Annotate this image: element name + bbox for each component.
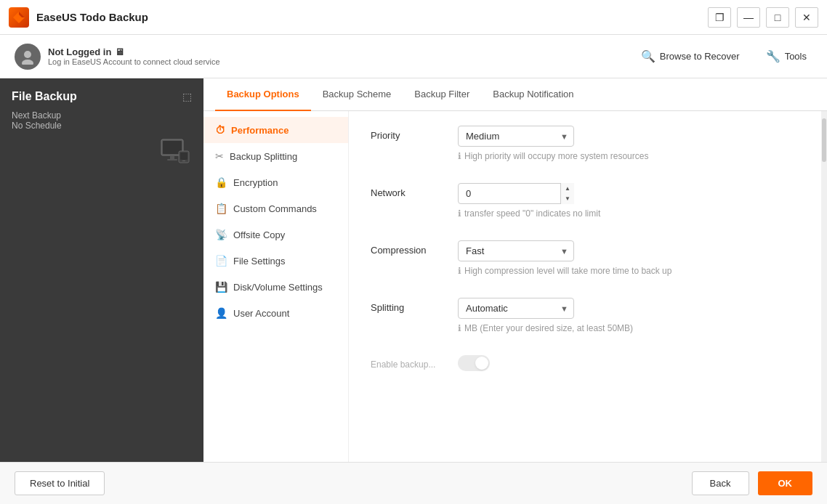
nav-item-file-settings[interactable]: 📄 File Settings xyxy=(203,248,348,274)
svg-point-2 xyxy=(24,51,31,58)
svg-rect-7 xyxy=(167,159,177,160)
priority-control: Low Medium High ▼ ℹ High priority will o… xyxy=(458,126,799,161)
nav-item-disk-volume-settings[interactable]: 💾 Disk/Volume Settings xyxy=(203,274,348,300)
tools-icon: 🔧 xyxy=(766,49,780,63)
svg-rect-9 xyxy=(180,153,187,160)
sidebar-backup-info: Next Backup No Schedule xyxy=(12,110,192,131)
network-hint-icon: ℹ xyxy=(458,208,461,219)
custom-commands-icon: 📋 xyxy=(215,203,227,214)
footer: Reset to Initial Back OK xyxy=(0,462,827,504)
footer-left: Reset to Initial xyxy=(15,471,105,495)
priority-hint: ℹ High priority will occupy more system … xyxy=(458,151,799,161)
backup-device-icon xyxy=(158,138,192,164)
nav-item-encryption[interactable]: 🔒 Encryption xyxy=(203,169,348,195)
close-button[interactable]: ✕ xyxy=(795,7,818,28)
compression-select[interactable]: None Fast Medium High xyxy=(458,240,574,261)
content-area: Backup Options Backup Scheme Backup Filt… xyxy=(203,78,827,462)
ok-button[interactable]: OK xyxy=(758,471,813,495)
title-bar-left: EaseUS Todo Backup xyxy=(9,7,148,28)
footer-right: Back OK xyxy=(692,471,812,495)
splitting-select-wrapper: Automatic CD-700MB DVD-4.7GB DVD-8.5GB C… xyxy=(458,298,574,319)
title-bar-controls: ❐ — □ ✕ xyxy=(708,7,818,28)
network-increment-button[interactable]: ▲ xyxy=(561,183,574,194)
splitting-hint: ℹ MB (Enter your desired size, at least … xyxy=(458,323,799,333)
network-decrement-button[interactable]: ▼ xyxy=(561,194,574,205)
nav-item-performance[interactable]: ⏱ Performance xyxy=(203,117,348,143)
enable-toggle-control xyxy=(458,355,799,371)
scroll-thumb[interactable] xyxy=(822,118,826,162)
disk-volume-icon: 💾 xyxy=(215,281,227,293)
tab-backup-options[interactable]: Backup Options xyxy=(215,78,311,111)
compression-label: Compression xyxy=(371,240,443,256)
enable-toggle-row: Enable backup... xyxy=(371,355,799,371)
user-sub: Log in EaseUS Account to connect cloud s… xyxy=(48,57,220,66)
spinner-buttons: ▲ ▼ xyxy=(560,183,574,204)
sidebar-header: File Backup ⬚ xyxy=(12,90,192,103)
network-label: Network xyxy=(371,183,443,198)
user-info: Not Logged in 🖥 Log in EaseUS Account to… xyxy=(48,46,220,66)
splitting-row: Splitting Automatic CD-700MB DVD-4.7GB D… xyxy=(371,298,799,333)
minimize-button[interactable]: — xyxy=(737,7,760,28)
external-link-icon[interactable]: ⬚ xyxy=(182,91,192,102)
tab-content: ⏱ Performance ✂ Backup Splitting 🔒 Encry… xyxy=(203,111,827,462)
network-hint: ℹ transfer speed "0" indicates no limit xyxy=(458,208,799,219)
backup-splitting-icon: ✂ xyxy=(215,150,224,162)
browse-to-recover-button[interactable]: 🔍 Browse to Recover xyxy=(635,46,746,66)
splitting-hint-icon: ℹ xyxy=(458,323,461,333)
settings-panel: Priority Low Medium High ▼ ℹ H xyxy=(349,111,821,462)
priority-label: Priority xyxy=(371,126,443,141)
user-name: Not Logged in 🖥 xyxy=(48,46,220,57)
priority-select-wrapper: Low Medium High ▼ xyxy=(458,126,574,147)
tab-backup-scheme[interactable]: Backup Scheme xyxy=(311,78,403,111)
main-layout: File Backup ⬚ Next Backup No Schedule xyxy=(0,78,827,462)
header: Not Logged in 🖥 Log in EaseUS Account to… xyxy=(0,35,827,78)
sidebar-next-label: Next Backup xyxy=(12,110,192,121)
tab-backup-filter[interactable]: Backup Filter xyxy=(403,78,481,111)
priority-row: Priority Low Medium High ▼ ℹ H xyxy=(371,126,799,161)
encryption-icon: 🔒 xyxy=(215,176,227,188)
performance-icon: ⏱ xyxy=(215,124,225,136)
network-input[interactable] xyxy=(458,183,574,204)
sidebar-schedule: No Schedule xyxy=(12,121,192,131)
tools-button[interactable]: 🔧 Tools xyxy=(760,46,812,66)
nav-item-offsite-copy[interactable]: 📡 Offsite Copy xyxy=(203,221,348,248)
app-title: EaseUS Todo Backup xyxy=(36,11,148,23)
monitor-icon: 🖥 xyxy=(115,46,124,57)
browse-recover-icon: 🔍 xyxy=(641,49,655,63)
offsite-copy-icon: 📡 xyxy=(215,229,227,240)
tabs: Backup Options Backup Scheme Backup Filt… xyxy=(203,78,827,111)
svg-point-3 xyxy=(22,60,33,65)
user-account-icon: 👤 xyxy=(215,307,227,319)
sidebar-title: File Backup xyxy=(12,90,77,103)
nav-item-custom-commands[interactable]: 📋 Custom Commands xyxy=(203,195,348,221)
network-row: Network ▲ ▼ ℹ transfer speed "0" indicat… xyxy=(371,183,799,219)
splitting-control: Automatic CD-700MB DVD-4.7GB DVD-8.5GB C… xyxy=(458,298,799,333)
sidebar: File Backup ⬚ Next Backup No Schedule xyxy=(0,78,203,462)
splitting-select[interactable]: Automatic CD-700MB DVD-4.7GB DVD-8.5GB C… xyxy=(458,298,574,319)
file-settings-icon: 📄 xyxy=(215,255,227,267)
compression-hint: ℹ High compression level will take more … xyxy=(458,266,799,276)
app-logo xyxy=(9,7,29,28)
compression-control: None Fast Medium High ▼ ℹ High compressi… xyxy=(458,240,799,276)
compression-hint-icon: ℹ xyxy=(458,266,461,276)
sidebar-image xyxy=(12,138,192,164)
maximize-button[interactable]: □ xyxy=(766,7,789,28)
nav-item-backup-splitting[interactable]: ✂ Backup Splitting xyxy=(203,143,348,169)
restore-button[interactable]: ❐ xyxy=(708,7,731,28)
compression-select-wrapper: None Fast Medium High ▼ xyxy=(458,240,574,261)
scroll-track xyxy=(821,111,827,462)
enable-toggle[interactable] xyxy=(458,355,490,371)
enable-label: Enable backup... xyxy=(371,355,443,370)
header-actions: 🔍 Browse to Recover 🔧 Tools xyxy=(635,46,812,66)
svg-rect-10 xyxy=(182,160,185,161)
reset-to-initial-button[interactable]: Reset to Initial xyxy=(15,471,105,495)
tab-backup-notification[interactable]: Backup Notification xyxy=(481,78,585,111)
priority-select[interactable]: Low Medium High xyxy=(458,126,574,147)
options-nav: ⏱ Performance ✂ Backup Splitting 🔒 Encry… xyxy=(203,111,349,462)
nav-item-user-account[interactable]: 👤 User Account xyxy=(203,300,348,326)
compression-row: Compression None Fast Medium High ▼ xyxy=(371,240,799,276)
user-section: Not Logged in 🖥 Log in EaseUS Account to… xyxy=(15,44,220,70)
priority-hint-icon: ℹ xyxy=(458,151,461,161)
avatar xyxy=(15,44,41,70)
back-button[interactable]: Back xyxy=(692,471,749,495)
